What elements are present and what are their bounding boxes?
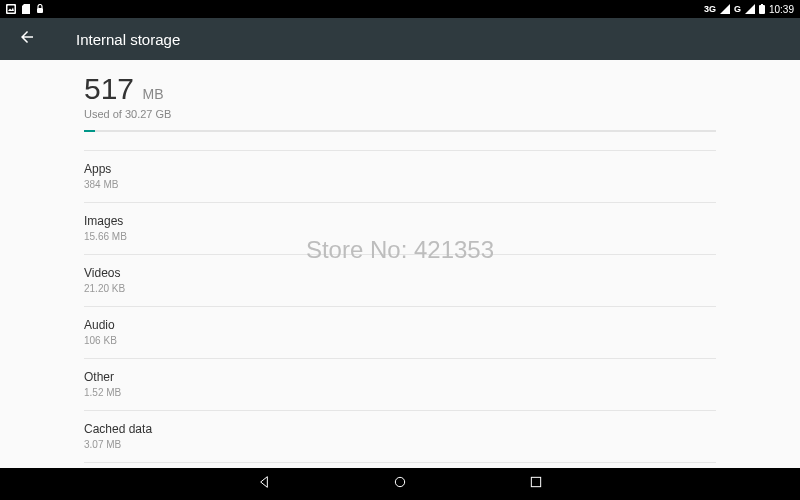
category-images[interactable]: Images 15.66 MB bbox=[84, 202, 716, 254]
category-videos[interactable]: Videos 21.20 KB bbox=[84, 254, 716, 306]
svg-marker-5 bbox=[745, 4, 755, 14]
svg-point-8 bbox=[395, 477, 404, 486]
svg-rect-1 bbox=[8, 6, 15, 13]
usage-unit: MB bbox=[143, 86, 164, 102]
svg-rect-9 bbox=[531, 477, 540, 486]
category-sub: 106 KB bbox=[84, 335, 716, 346]
svg-rect-3 bbox=[37, 8, 43, 13]
clock-label: 10:39 bbox=[769, 4, 794, 15]
category-apps[interactable]: Apps 384 MB bbox=[84, 150, 716, 202]
category-label: Videos bbox=[84, 266, 716, 280]
status-right: 3G G 10:39 bbox=[704, 4, 794, 15]
lock-icon bbox=[36, 4, 44, 14]
cell-type-label: G bbox=[734, 4, 741, 14]
storage-content: 517 MB Used of 30.27 GB Apps 384 MB Imag… bbox=[0, 60, 800, 500]
nav-back-button[interactable] bbox=[256, 474, 272, 494]
storage-progress-fill bbox=[84, 130, 95, 132]
usage-subtitle: Used of 30.27 GB bbox=[84, 108, 716, 120]
category-label: Audio bbox=[84, 318, 716, 332]
category-sub: 15.66 MB bbox=[84, 231, 716, 242]
usage-value: 517 bbox=[84, 72, 134, 106]
navigation-bar bbox=[0, 468, 800, 500]
category-sub: 3.07 MB bbox=[84, 439, 716, 450]
network-type-label: 3G bbox=[704, 4, 716, 14]
category-label: Apps bbox=[84, 162, 716, 176]
svg-rect-6 bbox=[759, 5, 765, 14]
status-bar: 3G G 10:39 bbox=[0, 0, 800, 18]
back-button[interactable] bbox=[18, 28, 36, 50]
image-icon bbox=[6, 4, 16, 14]
svg-rect-7 bbox=[761, 4, 763, 6]
signal-icon-2 bbox=[745, 4, 755, 14]
category-label: Images bbox=[84, 214, 716, 228]
category-list: Apps 384 MB Images 15.66 MB Videos 21.20… bbox=[84, 150, 716, 500]
category-label: Other bbox=[84, 370, 716, 384]
status-left bbox=[6, 4, 44, 14]
page-title: Internal storage bbox=[76, 31, 180, 48]
usage-header: 517 MB Used of 30.27 GB bbox=[84, 72, 716, 120]
category-label: Cached data bbox=[84, 422, 716, 436]
sd-card-icon bbox=[22, 4, 30, 14]
category-other[interactable]: Other 1.52 MB bbox=[84, 358, 716, 410]
nav-recent-button[interactable] bbox=[528, 474, 544, 494]
app-bar: Internal storage bbox=[0, 18, 800, 60]
signal-icon bbox=[720, 4, 730, 14]
storage-progress bbox=[84, 130, 716, 132]
category-sub: 1.52 MB bbox=[84, 387, 716, 398]
category-sub: 21.20 KB bbox=[84, 283, 716, 294]
category-audio[interactable]: Audio 106 KB bbox=[84, 306, 716, 358]
category-cached[interactable]: Cached data 3.07 MB bbox=[84, 410, 716, 462]
svg-marker-4 bbox=[720, 4, 730, 14]
category-sub: 384 MB bbox=[84, 179, 716, 190]
nav-home-button[interactable] bbox=[392, 474, 408, 494]
battery-icon bbox=[759, 4, 765, 14]
